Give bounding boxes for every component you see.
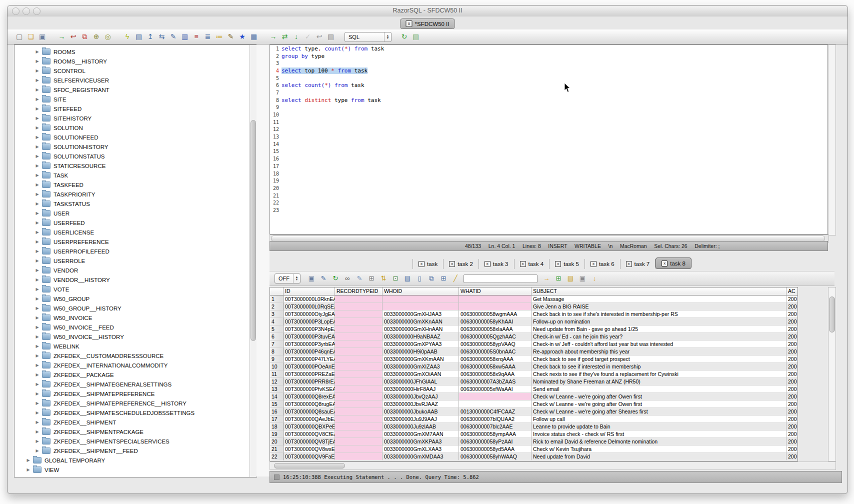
cell-whoid[interactable]: 0033000000JbvQzAAJ (382, 393, 459, 400)
column-header-id[interactable]: ID (284, 288, 335, 296)
copy-connection-icon[interactable]: ⧉ (80, 32, 90, 42)
expand-arrow-icon[interactable]: ▶ (34, 182, 40, 187)
go-search-icon[interactable]: → (542, 274, 552, 284)
cell-id[interactable]: 00T3000000P46qnEAB (284, 348, 335, 356)
database-icon[interactable]: ◎ (102, 32, 113, 42)
cell-recordtypeid[interactable] (335, 318, 382, 326)
sidebar-item-staticresource[interactable]: ▶STATICRESOURCE (14, 161, 250, 170)
editor-line[interactable]: 7 (270, 89, 828, 96)
cell-activitydate[interactable]: 200 (786, 408, 798, 416)
editor-line[interactable]: 1select type, count(*) from task (270, 45, 828, 52)
back-icon[interactable]: → (268, 32, 278, 42)
tab-task-4[interactable]: xtask 4 (514, 259, 550, 269)
cell-id[interactable]: 00T3000000P3tuvEAB (284, 333, 335, 340)
expand-arrow-icon[interactable]: ▶ (34, 392, 40, 396)
cell-subject[interactable]: Check w/ Leanne - we're going after Owen… (532, 400, 786, 408)
cell-subject[interactable]: Check nexis to see if they've found a re… (532, 370, 786, 378)
cell-id[interactable]: 00T3000000PfvKSEAZ (284, 386, 335, 393)
table-row[interactable]: 1000T3000000POeAnEAL0033000000GmXIZAA300… (270, 363, 798, 370)
cell-subject[interactable]: Check-in w/ Ed - can he join this year? (532, 333, 786, 340)
cell-subject[interactable]: Give Jenn a BIG RAISE (532, 303, 786, 310)
cell-whatid[interactable]: 006300000058xrqAAA (459, 356, 532, 363)
expand-arrow-icon[interactable]: ▶ (34, 363, 40, 368)
cell-activitydate[interactable]: 200 (786, 333, 798, 340)
disconnect-icon[interactable]: ↩ (68, 32, 78, 42)
download-icon[interactable]: ↓ (590, 274, 600, 284)
expand-arrow-icon[interactable]: ▶ (34, 439, 40, 444)
sidebar-item-sitehistory[interactable]: ▶SITEHISTORY (14, 114, 250, 123)
cell-whoid[interactable]: 0033000000GmXMDAA3 (382, 453, 459, 460)
expand-arrow-icon[interactable]: ▶ (34, 220, 40, 225)
cell-id[interactable]: 00T3000000OiyJgEAJ (284, 310, 335, 318)
table-row[interactable]: 1300T3000000PfvKSEAZ0033000000HirF8AAJ00… (270, 386, 798, 393)
cell-recordtypeid[interactable] (335, 296, 382, 303)
expand-arrow-icon[interactable]: ▶ (34, 135, 40, 140)
cell-recordtypeid[interactable] (335, 363, 382, 370)
table-editor-icon[interactable]: ▦ (248, 32, 259, 42)
sidebar-item-taskfeed[interactable]: ▶TASKFEED (14, 180, 250, 190)
editor-line[interactable]: 2group by type (270, 52, 828, 60)
expand-arrow-icon[interactable]: ▶ (26, 458, 31, 462)
sidebar-item-zkfedex-shipmatepreference[interactable]: ▶ZKFEDEX__SHIPMATEPREFERENCE (14, 389, 250, 398)
edit-notes-icon[interactable]: ▤ (566, 274, 576, 284)
cell-activitydate[interactable]: 200 (786, 356, 798, 363)
table-hscrollbar-thumb[interactable] (274, 463, 345, 468)
sidebar-item-sitefeed[interactable]: ▶SITEFEED (14, 104, 250, 114)
open-file-icon[interactable]: ❏ (26, 32, 36, 42)
close-tab-icon[interactable]: x (555, 261, 561, 267)
expand-tree-icon[interactable]: ⊞ (366, 274, 376, 284)
export-data-icon[interactable]: ↥ (145, 32, 156, 42)
expand-arrow-icon[interactable]: ▶ (34, 410, 40, 415)
column-header-whoid[interactable]: WHOID (382, 288, 459, 296)
cell-subject[interactable]: Leanne to provide update to Bain (532, 423, 786, 430)
view-glasses-icon[interactable]: ∞ (342, 274, 352, 284)
cell-subject[interactable]: Check-in w/ Jeff - couldn't afford last … (532, 340, 786, 348)
sidebar-item-selfserviceuser[interactable]: ▶SELFSERVICEUSER (14, 76, 250, 85)
select-stepper-icon[interactable]: ▲▼ (293, 274, 300, 283)
expand-arrow-icon[interactable]: ▶ (34, 287, 40, 292)
expand-arrow-icon[interactable]: ▶ (34, 144, 40, 149)
sidebar-item-weblink[interactable]: ▶WEBLINK (14, 342, 250, 351)
sidebar-item-taskstatus[interactable]: ▶TASKSTATUS (14, 199, 250, 208)
editor-line[interactable]: 16 (270, 155, 828, 162)
sidebar-item-global-temporary[interactable]: ▶GLOBAL TEMPORARY (14, 456, 250, 465)
cell-whatid[interactable]: 006300000058yd5AAA (459, 446, 532, 453)
sidebar-item-rooms[interactable]: ▶ROOMS (14, 47, 250, 56)
cell-subject[interactable]: Check back to see if interested in membe… (532, 363, 786, 370)
cell-whatid[interactable]: 006300000058xlaAAA (459, 326, 532, 333)
table-horizontal-scrollbar[interactable] (270, 462, 836, 470)
view-record-icon[interactable]: ▯ (414, 274, 424, 284)
table-row[interactable]: 2100T3000000QV8wsEAD0033000000GmXLXAA300… (270, 446, 798, 453)
sidebar-item-solutionfeed[interactable]: ▶SOLUTIONFEED (14, 132, 250, 142)
sidebar-item-solutionstatus[interactable]: ▶SOLUTIONSTATUS (14, 152, 250, 161)
expand-arrow-icon[interactable]: ▶ (34, 258, 40, 263)
cell-recordtypeid[interactable] (335, 400, 382, 408)
table-vertical-scrollbar[interactable] (828, 287, 836, 462)
cell-recordtypeid[interactable] (335, 310, 382, 318)
cell-whatid[interactable]: 0013000000C4fFCAAZ (459, 408, 532, 416)
cell-subject[interactable]: Follow-up on nomination (532, 318, 786, 326)
close-tab-icon[interactable]: x (662, 260, 668, 266)
sidebar-item-userprofilefeed[interactable]: ▶USERPROFILEFEED (14, 246, 250, 256)
sort-columns-icon[interactable]: ⇅ (378, 274, 388, 284)
table-row[interactable]: 800T3000000P46qnEAB0033000000H9i0pAAB006… (270, 348, 798, 356)
table-row[interactable]: 1600T3000000Q8sauEAB0033000000JbukoAAB00… (270, 408, 798, 416)
editor-line[interactable]: 10 (270, 111, 828, 118)
cell-activitydate[interactable]: 200 (786, 378, 798, 386)
close-tab-icon[interactable]: x (626, 261, 632, 267)
cell-subject[interactable]: Need update from Bain - gave go ahead 1/… (532, 326, 786, 333)
cell-whatid[interactable]: 00630000005QgzhAAC (459, 333, 532, 340)
sidebar-item-zkfedex-shipment[interactable]: ▶ZKFEDEX__SHIPMENT (14, 418, 250, 427)
cell-id[interactable]: 00T3000000P3N4pEAF (284, 326, 335, 333)
cell-subject[interactable]: Invoice status check - check w/ RS first (532, 430, 786, 438)
cell-recordtypeid[interactable] (335, 340, 382, 348)
cell-activitydate[interactable]: 200 (786, 340, 798, 348)
tab-task[interactable]: xtask (412, 259, 444, 269)
expand-arrow-icon[interactable]: ▶ (34, 372, 40, 377)
sidebar-item-zkfedex-shipment-feed[interactable]: ▶ZKFEDEX__SHIPMENT__FEED (14, 446, 250, 456)
cell-whatid[interactable]: 00630000005S0bnAAC (459, 348, 532, 356)
expand-arrow-icon[interactable]: ▶ (34, 268, 40, 272)
cell-subject[interactable]: Check back to see if good target prospec… (532, 356, 786, 363)
cell-recordtypeid[interactable] (335, 408, 382, 416)
expand-arrow-icon[interactable]: ▶ (34, 97, 40, 102)
